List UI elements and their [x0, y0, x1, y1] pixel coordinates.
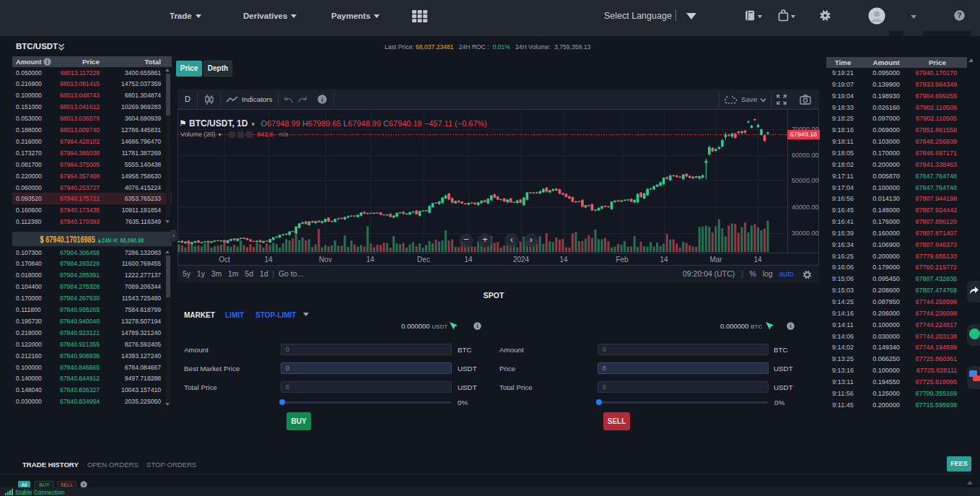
svg-text:?: ?	[957, 11, 961, 19]
svg-text:i: i	[83, 482, 84, 487]
